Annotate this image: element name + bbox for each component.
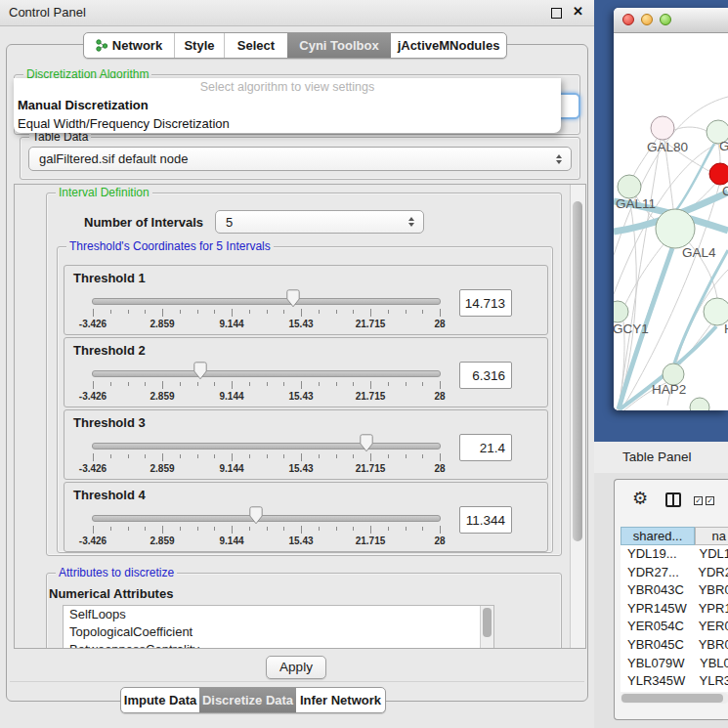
node-gal11[interactable] bbox=[618, 175, 641, 198]
close-icon[interactable]: ✕ bbox=[573, 4, 583, 19]
threshold-1-panel: Threshold 1 -3.426 2.859 9.144 15.43 21.… bbox=[64, 265, 548, 335]
cell: YIL052C bbox=[621, 691, 694, 692]
node-gcy1[interactable] bbox=[614, 301, 628, 322]
slider-ticks bbox=[93, 453, 440, 462]
tick-label: 9.144 bbox=[219, 535, 243, 546]
node-label: GCY1 bbox=[614, 321, 649, 336]
interval-definition-group: Interval Definition Number of Intervals … bbox=[46, 193, 562, 556]
float-window-icon[interactable] bbox=[551, 8, 562, 19]
list-item[interactable]: SelfLoops bbox=[64, 606, 493, 623]
tab-impute-data-label: Impute Data bbox=[124, 693, 196, 707]
tick-label: 21.715 bbox=[356, 319, 386, 329]
tick-label: 15.43 bbox=[288, 463, 313, 474]
list-scrollbar[interactable] bbox=[480, 606, 493, 649]
columns-icon[interactable] bbox=[665, 492, 681, 507]
numerical-attributes-list[interactable]: SelfLoops TopologicalCoefficient Between… bbox=[63, 605, 494, 649]
table-row[interactable]: YBR043CYBR0 bbox=[621, 581, 728, 600]
table-row[interactable]: YBL079WYBL0 bbox=[621, 655, 728, 673]
tab-style[interactable]: Style bbox=[175, 33, 224, 58]
column-header-name[interactable]: na bbox=[695, 527, 728, 545]
close-traffic-light-icon[interactable] bbox=[622, 14, 634, 25]
list-item[interactable]: BetweennessCentrality bbox=[64, 641, 493, 649]
tab-jactivemnodules[interactable]: jActiveMNodules bbox=[391, 33, 506, 58]
tick-label: 2.859 bbox=[150, 463, 174, 474]
table-data-combobox[interactable]: galFiltered.sif default node bbox=[28, 147, 572, 171]
network-icon bbox=[96, 39, 108, 52]
tab-select-label: Select bbox=[237, 38, 275, 53]
tab-cyni-toolbox-label: Cyni Toolbox bbox=[299, 38, 378, 53]
minimize-traffic-light-icon[interactable] bbox=[641, 14, 653, 25]
cell: YER054C bbox=[621, 618, 690, 636]
column-header-shared[interactable]: shared... bbox=[621, 527, 695, 545]
cell: YBL0 bbox=[691, 655, 728, 673]
table-row[interactable]: YDL19...YDL1 bbox=[621, 545, 728, 564]
tab-discretize-data[interactable]: Discretize Data bbox=[199, 688, 296, 712]
table-row[interactable]: YDR27...YDR2 bbox=[621, 564, 728, 582]
threshold-4-slider[interactable]: -3.426 2.859 9.144 15.43 21.715 28 bbox=[92, 515, 441, 522]
threshold-1-value-field[interactable]: 14.713 bbox=[459, 289, 512, 317]
tab-style-label: Style bbox=[184, 38, 214, 53]
top-tab-bar: Network Style Select Cyni Toolbox jActiv… bbox=[83, 32, 507, 59]
tick-label: 9.144 bbox=[219, 391, 243, 402]
checkbox-icon[interactable]: ✓ bbox=[694, 496, 703, 505]
threshold-1-slider[interactable]: -3.426 2.859 9.144 15.43 21.715 28 bbox=[92, 298, 441, 305]
threshold-3-slider[interactable]: -3.426 2.859 9.144 15.43 21.715 28 bbox=[92, 443, 441, 450]
tab-jactivemnodules-label: jActiveMNodules bbox=[398, 38, 500, 53]
threshold-2-panel: Threshold 2 -3.426 2.859 9.144 15.43 21.… bbox=[64, 337, 548, 407]
slider-thumb[interactable] bbox=[193, 362, 208, 380]
dropdown-option-equal-width[interactable]: Equal Width/Frequency Discretization bbox=[14, 114, 561, 133]
node-label: C bbox=[722, 184, 728, 198]
network-canvas[interactable]: GAL80 GA C GAL11 GAL4 GCY1 H HAP2 bbox=[614, 33, 728, 410]
threshold-3-value-field[interactable]: 21.4 bbox=[459, 434, 512, 461]
slider-thumb[interactable] bbox=[248, 506, 263, 525]
slider-thumb[interactable] bbox=[285, 289, 300, 308]
number-of-intervals-spinner[interactable]: 5 bbox=[215, 210, 424, 234]
tick-label: -3.426 bbox=[79, 535, 107, 546]
table-row[interactable]: YIL052CYIL0 bbox=[621, 691, 728, 692]
tab-impute-data[interactable]: Impute Data bbox=[121, 688, 199, 712]
tab-network[interactable]: Network bbox=[84, 33, 174, 58]
node-gal4[interactable] bbox=[656, 209, 695, 248]
slider-thumb[interactable] bbox=[360, 434, 374, 452]
threshold-4-value-field[interactable]: 11.344 bbox=[459, 506, 512, 534]
node-label: HAP2 bbox=[652, 382, 686, 397]
network-window[interactable]: GAL80 GA C GAL11 GAL4 GCY1 H HAP2 bbox=[614, 8, 728, 410]
table-row[interactable]: YPR145WYPR1 bbox=[621, 600, 728, 619]
apply-button[interactable]: Apply bbox=[266, 656, 326, 679]
table-panel-header: Table Panel bbox=[594, 442, 728, 474]
node-bottom[interactable] bbox=[690, 398, 709, 410]
list-item[interactable]: TopologicalCoefficient bbox=[64, 623, 493, 641]
gear-icon[interactable]: ⚙ bbox=[632, 488, 648, 508]
tick-label: 15.43 bbox=[288, 391, 313, 402]
checkbox-icon[interactable]: ✓ bbox=[706, 496, 714, 505]
node-selected-red[interactable] bbox=[709, 163, 728, 185]
table-horizontal-scrollbar[interactable] bbox=[621, 693, 728, 704]
tick-label: 28 bbox=[434, 463, 445, 474]
table-panel-title: Table Panel bbox=[622, 450, 692, 464]
zoom-traffic-light-icon[interactable] bbox=[660, 14, 671, 25]
settings-scrollpane: Interval Definition Number of Intervals … bbox=[14, 184, 586, 649]
threshold-2-slider[interactable]: -3.426 2.859 9.144 15.43 21.715 28 bbox=[92, 370, 441, 377]
network-window-titlebar bbox=[614, 8, 728, 33]
tab-select[interactable]: Select bbox=[225, 33, 287, 58]
panel-separator bbox=[10, 681, 584, 682]
tick-label: 2.859 bbox=[150, 319, 174, 329]
cell: YBL079W bbox=[621, 655, 691, 673]
table-row[interactable]: YER054CYER0 bbox=[621, 618, 728, 636]
table-row[interactable]: YLR345WYLR3 bbox=[621, 672, 728, 691]
tick-label: 9.144 bbox=[219, 463, 243, 474]
tab-cyni-toolbox[interactable]: Cyni Toolbox bbox=[287, 33, 391, 58]
table-row[interactable]: YBR045CYBR0 bbox=[621, 636, 728, 655]
settings-scrollbar[interactable] bbox=[570, 185, 585, 648]
dropdown-option-manual[interactable]: Manual Discretization bbox=[14, 96, 561, 114]
tab-infer-network[interactable]: Infer Network bbox=[296, 688, 385, 712]
cell: YLR345W bbox=[621, 672, 691, 691]
numerical-attributes-label: Numerical Attributes bbox=[49, 586, 173, 601]
node-label: GAL80 bbox=[647, 140, 688, 154]
tick-label: -3.426 bbox=[79, 319, 107, 329]
threshold-2-value-field[interactable]: 6.316 bbox=[459, 362, 512, 389]
dropdown-prompt: Select algorithm to view settings bbox=[14, 78, 561, 96]
tick-label: 28 bbox=[434, 319, 445, 329]
node-gal80[interactable] bbox=[651, 116, 674, 140]
node-label: GA bbox=[719, 139, 728, 153]
